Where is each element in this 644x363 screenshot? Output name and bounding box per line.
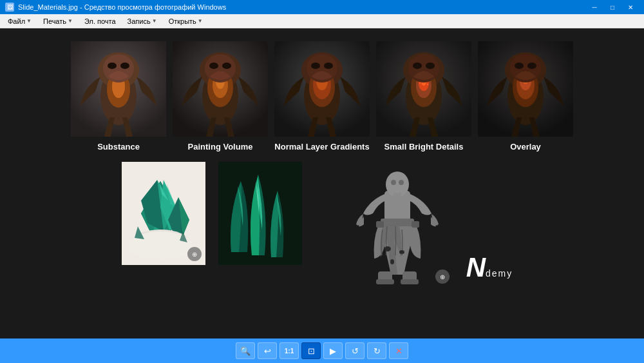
teal-shapes-image [218, 162, 302, 265]
image-card-substance: Substance [71, 41, 166, 152]
menu-print[interactable]: Печать ▼ [38, 16, 78, 26]
fit-window-button[interactable]: ⊡ [301, 342, 321, 359]
svg-point-76 [384, 246, 391, 251]
svg-point-44 [426, 63, 435, 69]
image-card-small-bright: Small Bright Details [376, 41, 471, 152]
image-thumb-normal-layer [274, 41, 370, 137]
app-icon: 🖼 [5, 3, 14, 12]
menu-open-label: Открыть [169, 17, 196, 25]
menu-bar: Файл ▼ Печать ▼ Эл. почта Запись ▼ Откры… [0, 14, 644, 28]
svg-point-41 [427, 84, 428, 85]
menu-file-arrow: ▼ [26, 18, 32, 24]
window-title: Slide_Materials.jpg - Средство просмотра… [18, 3, 226, 11]
svg-rect-82 [393, 193, 401, 198]
image-thumb-overlay [478, 41, 573, 137]
zoom-icon-crystal[interactable]: ⊕ [187, 247, 202, 261]
delete-button[interactable]: ✕ [389, 342, 408, 359]
svg-rect-88 [401, 279, 419, 284]
label-painting-volume: Painting Volume [188, 142, 253, 152]
zoom-icon-sculpture[interactable]: ⊕ [435, 270, 450, 284]
menu-record-arrow: ▼ [152, 18, 157, 24]
label-small-bright: Small Bright Details [384, 142, 464, 152]
svg-point-17 [209, 63, 218, 69]
image-thumb-substance [71, 41, 166, 137]
menu-print-label: Печать [43, 17, 66, 25]
svg-point-18 [222, 63, 231, 69]
slideshow-button[interactable]: ▶ [323, 342, 343, 359]
svg-point-77 [399, 250, 404, 254]
menu-file[interactable]: Файл ▼ [3, 16, 37, 26]
menu-open-arrow: ▼ [198, 18, 203, 24]
minimize-button[interactable]: ─ [586, 1, 603, 13]
label-substance: Substance [97, 142, 140, 152]
svg-rect-80 [412, 221, 419, 228]
toolbar: 🔍 ↩ 1:1 ⊡ ▶ ↺ ↻ ✕ [0, 338, 644, 363]
svg-rect-87 [376, 279, 394, 284]
brand-name: demy [486, 268, 513, 279]
image-card-normal-layer: Normal Layer Gradients [274, 41, 370, 152]
svg-rect-75 [381, 219, 414, 226]
svg-point-28 [311, 63, 320, 69]
menu-email[interactable]: Эл. почта [79, 16, 121, 26]
svg-point-8 [120, 63, 129, 69]
undo-button[interactable]: ↺ [345, 342, 365, 359]
label-normal-layer: Normal Layer Gradients [274, 142, 369, 152]
crystal-image-container: ⊕ [122, 162, 205, 265]
actual-size-button[interactable]: 1:1 [279, 342, 299, 359]
svg-point-56 [527, 63, 536, 69]
maximize-button[interactable]: □ [604, 1, 621, 13]
svg-point-55 [515, 63, 524, 69]
bottom-image-row: ⊕ [122, 162, 523, 288]
menu-email-label: Эл. почта [84, 17, 116, 25]
label-overlay: Overlay [510, 142, 541, 152]
window-controls: ─ □ ✕ [586, 1, 639, 13]
svg-point-43 [413, 63, 422, 69]
zoom-button[interactable]: 🔍 [236, 342, 255, 359]
svg-point-83 [391, 180, 396, 185]
image-card-overlay: Overlay [478, 41, 573, 152]
image-thumb-painting-volume [173, 41, 268, 137]
sculpture-container: ⊕ [341, 162, 453, 288]
rotate-left-button[interactable]: ↩ [258, 342, 277, 359]
menu-file-label: Файл [8, 17, 25, 25]
svg-point-78 [390, 259, 394, 264]
svg-point-7 [108, 63, 117, 69]
brand-n-letter: N [466, 254, 486, 281]
menu-record-label: Запись [128, 17, 151, 25]
title-bar: 🖼 Slide_Materials.jpg - Средство просмот… [0, 0, 644, 14]
svg-point-29 [324, 63, 333, 69]
main-area: Substance [0, 28, 644, 338]
menu-open[interactable]: Открыть ▼ [164, 16, 208, 26]
close-button[interactable]: ✕ [622, 1, 639, 13]
brand-logo-container: N demy [466, 162, 523, 288]
menu-record[interactable]: Запись ▼ [122, 16, 162, 26]
image-thumb-small-bright [376, 41, 471, 137]
sculpture-image [341, 162, 453, 288]
redo-button[interactable]: ↻ [367, 342, 386, 359]
top-image-row: Substance [71, 41, 573, 152]
menu-print-arrow: ▼ [68, 18, 73, 24]
svg-rect-79 [376, 221, 384, 228]
brand-logo: N demy [466, 254, 513, 281]
teal-shapes-container [218, 162, 302, 265]
svg-point-40 [419, 83, 421, 84]
svg-point-84 [399, 180, 404, 185]
image-card-painting-volume: Painting Volume [173, 41, 268, 152]
